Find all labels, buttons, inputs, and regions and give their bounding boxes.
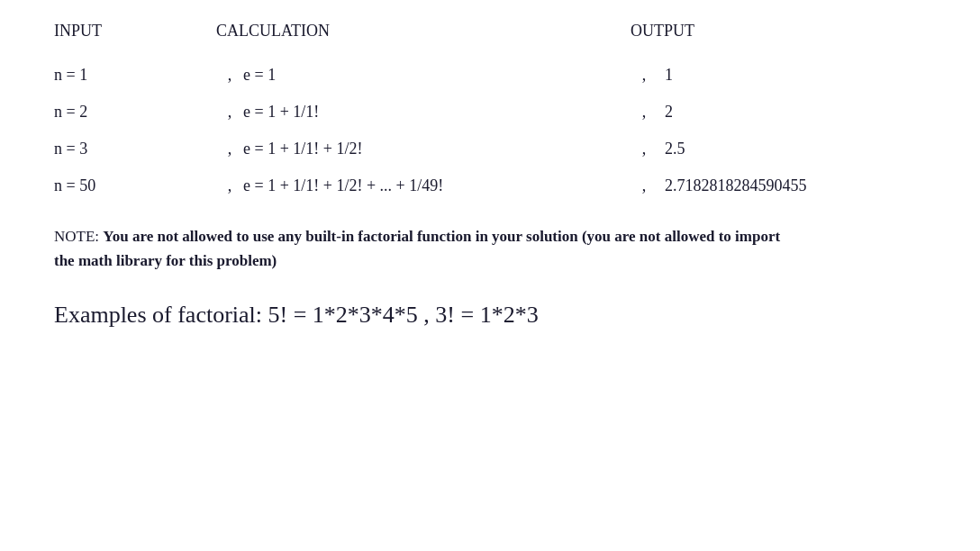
cell-comma-1: , xyxy=(216,66,243,85)
cell-input-4: n = 50 xyxy=(54,176,216,195)
cell-comma-out-2: , xyxy=(631,103,658,122)
cell-output-2: 2 xyxy=(658,103,673,122)
cell-comma-2: , xyxy=(216,103,243,122)
page-container: INPUT CALCULATION OUTPUT n = 1 , e = 1 ,… xyxy=(0,0,980,551)
cell-comma-out-3: , xyxy=(631,140,658,158)
cell-calc-2: e = 1 + 1/1! xyxy=(243,103,631,122)
table-header: INPUT CALCULATION OUTPUT xyxy=(54,22,926,41)
table-row: n = 2 , e = 1 + 1/1! , 2 xyxy=(54,103,926,122)
cell-output-4: 2.7182818284590455 xyxy=(658,176,807,195)
table-body: n = 1 , e = 1 , 1 n = 2 , e = 1 + 1/1! ,… xyxy=(54,66,926,195)
cell-input-2: n = 2 xyxy=(54,103,216,122)
examples-section: Examples of factorial: 5! = 1*2*3*4*5 , … xyxy=(54,302,926,329)
table-row: n = 50 , e = 1 + 1/1! + 1/2! + ... + 1/4… xyxy=(54,176,926,195)
note-bold-text: You are not allowed to use any built-in … xyxy=(54,228,780,269)
cell-input-1: n = 1 xyxy=(54,66,216,85)
table-row: n = 1 , e = 1 , 1 xyxy=(54,66,926,85)
header-output: OUTPUT xyxy=(631,22,694,41)
table-row: n = 3 , e = 1 + 1/1! + 1/2! , 2.5 xyxy=(54,140,926,158)
cell-calc-3: e = 1 + 1/1! + 1/2! xyxy=(243,140,631,158)
cell-comma-3: , xyxy=(216,140,243,158)
cell-calc-1: e = 1 xyxy=(243,66,631,85)
header-input: INPUT xyxy=(54,22,216,41)
cell-comma-4: , xyxy=(216,176,243,195)
cell-comma-out-4: , xyxy=(631,176,658,195)
cell-calc-4: e = 1 + 1/1! + 1/2! + ... + 1/49! xyxy=(243,176,631,195)
cell-comma-out-1: , xyxy=(631,66,658,85)
header-calculation: CALCULATION xyxy=(216,22,631,41)
cell-output-1: 1 xyxy=(658,66,673,85)
cell-output-3: 2.5 xyxy=(658,140,685,158)
note-section: NOTE: You are not allowed to use any bui… xyxy=(54,224,793,273)
cell-input-3: n = 3 xyxy=(54,140,216,158)
note-label: NOTE: xyxy=(54,228,103,245)
